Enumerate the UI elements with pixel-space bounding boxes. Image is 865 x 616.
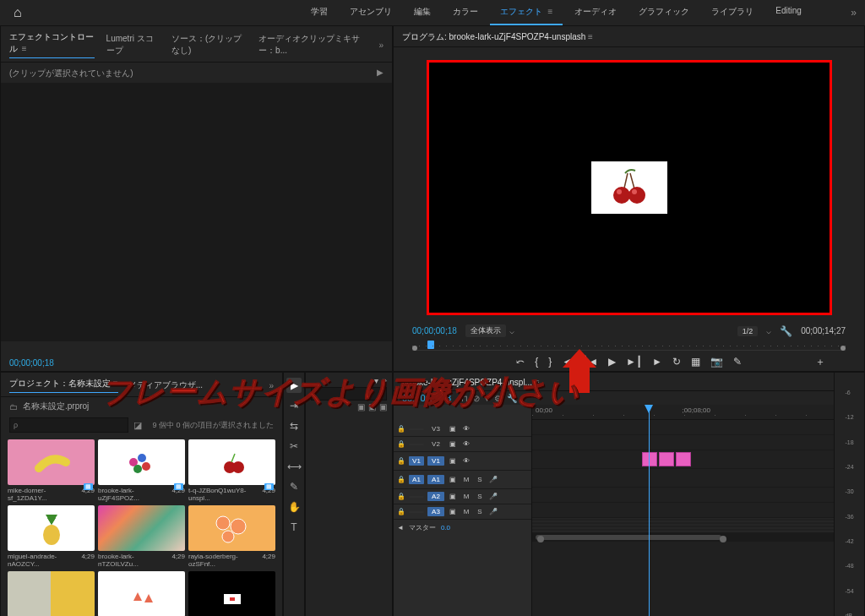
display-mode-select[interactable]: 全体表示 bbox=[465, 324, 506, 337]
panel-overflow-icon[interactable]: » bbox=[378, 41, 384, 50]
track-header-a1[interactable]: 🔒A1A1▣MS🎤 bbox=[394, 471, 531, 489]
tab-assembly[interactable]: アセンブリ bbox=[340, 0, 402, 25]
svg-point-13 bbox=[43, 525, 60, 545]
loop-icon[interactable]: ↻ bbox=[672, 356, 681, 368]
timeline-h-scrollbar[interactable] bbox=[532, 533, 864, 542]
type-tool-icon[interactable]: T bbox=[286, 520, 302, 535]
home-icon[interactable]: ⌂ bbox=[8, 5, 27, 20]
tab-effects[interactable]: エフェクト ≡ bbox=[490, 0, 563, 25]
thumb-item[interactable] bbox=[188, 571, 275, 616]
svg-point-3 bbox=[617, 189, 622, 194]
hand-tool-icon[interactable]: ✋ bbox=[286, 499, 302, 515]
slip-tool-icon[interactable]: ⟷ bbox=[286, 459, 302, 474]
program-time-row: 00;00;00;18 全体表示 ⌵ 1/2 ⌵ 🔧 00;00;14;27 bbox=[412, 324, 846, 337]
zoom-select[interactable]: 1/2 bbox=[737, 326, 759, 336]
export-frame-icon[interactable]: 📷 bbox=[710, 356, 723, 368]
svg-point-4 bbox=[628, 187, 645, 204]
track-header-master[interactable]: ◄マスター0.0 bbox=[394, 520, 531, 535]
program-duration-timecode: 00;00;14;27 bbox=[801, 326, 846, 335]
project-search-input[interactable] bbox=[9, 417, 128, 433]
tab-effect-controls[interactable]: エフェクトコントロール ≡ bbox=[9, 31, 95, 58]
svg-point-11 bbox=[232, 461, 244, 473]
comparison-icon[interactable]: ✎ bbox=[733, 356, 742, 368]
track-a3[interactable] bbox=[532, 503, 864, 518]
thumb-item[interactable]: miguel-andrade-nAOZCY...4;29 bbox=[8, 505, 95, 568]
svg-point-2 bbox=[613, 187, 630, 204]
program-monitor-panel: プログラム: brooke-lark-uZjF4SPOZP4-unsplash … bbox=[393, 25, 865, 372]
bracket-out-icon[interactable]: } bbox=[548, 356, 552, 368]
filter-bin-icon[interactable]: ◪ bbox=[133, 420, 142, 431]
bin-icon: 🗀 bbox=[9, 402, 18, 412]
thumb-item[interactable] bbox=[8, 571, 95, 616]
svg-marker-17 bbox=[133, 592, 142, 601]
program-tabs: プログラム: brooke-lark-uZjF4SPOZP4-unsplash … bbox=[394, 26, 864, 47]
thumb-item[interactable]: brooke-lark-nTZOILVZu...4;29 bbox=[98, 505, 185, 568]
source-timecode[interactable]: 00;00;00;18 bbox=[1, 355, 392, 371]
program-current-timecode[interactable]: 00;00;00;18 bbox=[412, 326, 457, 335]
tab-program[interactable]: プログラム: brooke-lark-uZjF4SPOZP4-unsplash … bbox=[402, 31, 593, 43]
pen-tool-icon[interactable]: ✎ bbox=[286, 479, 302, 494]
clip[interactable] bbox=[659, 452, 674, 466]
thumb-item[interactable]: ▦ t-q-JZBonQ1wuY8-unspl...4;29 bbox=[188, 439, 275, 502]
bracket-in-icon[interactable]: { bbox=[535, 356, 538, 368]
tab-color[interactable]: カラー bbox=[443, 0, 488, 25]
preview-image bbox=[591, 161, 667, 214]
clip[interactable] bbox=[642, 452, 657, 466]
workspace-overflow-icon[interactable]: » bbox=[851, 7, 857, 19]
svg-point-14 bbox=[216, 516, 230, 530]
tab-audio[interactable]: オーディオ bbox=[564, 0, 627, 25]
toggle-icon[interactable]: ▶ bbox=[377, 68, 384, 79]
button-editor-icon[interactable]: ＋ bbox=[815, 355, 825, 369]
tab-graphics[interactable]: グラフィック bbox=[628, 0, 699, 25]
track-v3[interactable] bbox=[532, 420, 864, 435]
project-thumbnails: ▦ mike-dorner-sf_1ZDA1Y...4;29 ▦ brooke-… bbox=[1, 436, 282, 616]
go-to-out-icon[interactable]: ► bbox=[652, 356, 662, 368]
tab-learn[interactable]: 学習 bbox=[301, 0, 338, 25]
svg-line-12 bbox=[231, 454, 235, 462]
thumb-item[interactable]: ▦ brooke-lark-uZjF4SPOZ...4;29 bbox=[98, 439, 185, 502]
svg-point-8 bbox=[142, 462, 150, 471]
svg-point-9 bbox=[133, 465, 142, 473]
settings-wrench-icon[interactable]: 🔧 bbox=[780, 325, 792, 337]
transport-controls: ⤺ { } ◄ ┃◄ ▶ ►┃ ► ↻ ▦ 📷 ✎ ＋ bbox=[412, 351, 846, 369]
thumb-item[interactable]: rayia-soderberg-ozSFnf...4;29 bbox=[188, 505, 275, 568]
chevron-down-icon[interactable]: ⌵ bbox=[509, 326, 514, 335]
timeline-tracks-area[interactable]: 00;00 ;00;08;00 ;00;16; bbox=[532, 405, 864, 616]
step-forward-icon[interactable]: ►┃ bbox=[626, 356, 642, 368]
track-header-v1[interactable]: 🔒V1V1▣👁 bbox=[394, 452, 531, 471]
tab-lumetri-scopes[interactable]: Lumetri スコープ bbox=[106, 33, 160, 57]
razor-tool-icon[interactable]: ✂ bbox=[286, 439, 302, 454]
track-header-a2[interactable]: 🔒A2▣MS🎤 bbox=[394, 489, 531, 504]
program-viewport[interactable] bbox=[427, 60, 832, 315]
top-menu-bar: ⌂ 学習 アセンブリ 編集 カラー エフェクト ≡ オーディオ グラフィック ラ… bbox=[0, 0, 865, 25]
tab-audio-clip-mixer[interactable]: オーディオクリップミキサー：b... bbox=[258, 33, 367, 57]
track-header-v3[interactable]: 🔒V3▣👁 bbox=[394, 422, 531, 437]
track-header-v2[interactable]: 🔒V2▣👁 bbox=[394, 437, 531, 452]
svg-marker-18 bbox=[144, 594, 153, 602]
tab-editing[interactable]: Editing bbox=[765, 0, 812, 25]
track-a1[interactable] bbox=[532, 469, 864, 488]
program-playhead[interactable] bbox=[427, 341, 434, 349]
play-icon[interactable]: ▶ bbox=[608, 356, 616, 368]
track-v1[interactable] bbox=[532, 450, 864, 469]
track-v2[interactable] bbox=[532, 435, 864, 450]
program-timeline-ruler[interactable] bbox=[412, 341, 846, 351]
track-a2[interactable] bbox=[532, 488, 864, 503]
mark-in-icon[interactable]: ⤺ bbox=[516, 356, 525, 368]
track-headers: 🔒V3▣👁 🔒V2▣👁 🔒V1V1▣👁 🔒A1A1▣MS🎤 🔒A2▣MS🎤 🔒A… bbox=[394, 405, 532, 616]
track-header-a3[interactable]: 🔒A3▣MS🎤 bbox=[394, 504, 531, 520]
tab-library[interactable]: ライブラリ bbox=[701, 0, 764, 25]
thumb-item[interactable]: ▦ mike-dorner-sf_1ZDA1Y...4;29 bbox=[8, 439, 95, 502]
safe-margins-icon[interactable]: ▦ bbox=[691, 356, 700, 368]
thumb-item[interactable] bbox=[98, 571, 185, 616]
effect-controls-panel: エフェクトコントロール ≡ Lumetri スコープ ソース：(クリップなし) … bbox=[0, 25, 393, 372]
tab-edit[interactable]: 編集 bbox=[404, 0, 441, 25]
ripple-tool-icon[interactable]: ⇆ bbox=[286, 418, 302, 433]
tab-source-none[interactable]: ソース：(クリップなし) bbox=[171, 33, 247, 57]
clip[interactable] bbox=[676, 452, 691, 466]
timeline-playhead[interactable] bbox=[649, 405, 650, 616]
timeline-ruler[interactable]: 00;00 ;00;08;00 ;00;16; bbox=[532, 405, 864, 420]
track-master[interactable] bbox=[532, 518, 864, 533]
effect-controls-body: (クリップが選択されていません) ▶ bbox=[1, 63, 392, 355]
chevron-down-icon[interactable]: ⌵ bbox=[766, 326, 771, 335]
